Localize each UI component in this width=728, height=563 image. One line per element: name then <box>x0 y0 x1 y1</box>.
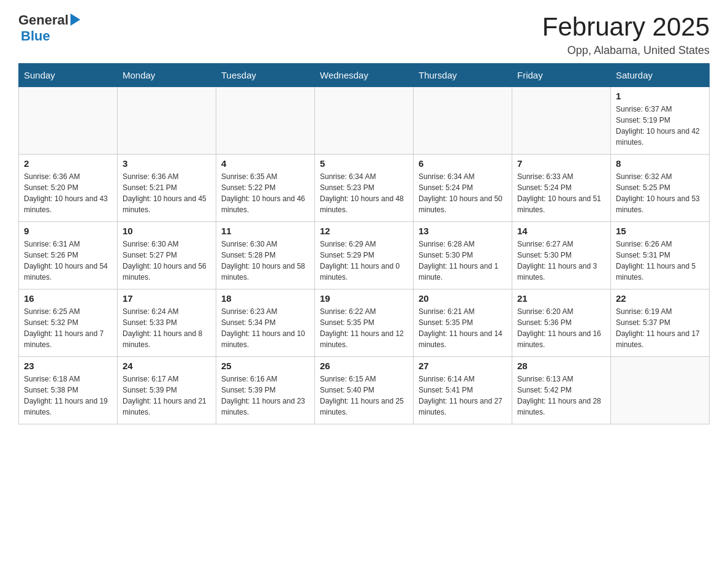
day-of-week-header: Wednesday <box>315 64 414 87</box>
day-number: 21 <box>517 293 605 304</box>
day-info: Sunrise: 6:13 AMSunset: 5:42 PMDaylight:… <box>517 373 605 418</box>
month-title: February 2025 <box>542 12 710 42</box>
day-number: 23 <box>24 361 112 371</box>
day-number: 16 <box>24 293 112 304</box>
calendar-cell: 28Sunrise: 6:13 AMSunset: 5:42 PMDayligh… <box>512 357 611 424</box>
calendar-cell: 13Sunrise: 6:28 AMSunset: 5:30 PMDayligh… <box>414 222 512 289</box>
day-info: Sunrise: 6:17 AMSunset: 5:39 PMDaylight:… <box>123 373 211 418</box>
calendar-cell: 26Sunrise: 6:15 AMSunset: 5:40 PMDayligh… <box>315 357 414 424</box>
day-number: 26 <box>320 361 408 371</box>
day-info: Sunrise: 6:30 AMSunset: 5:27 PMDaylight:… <box>123 239 211 283</box>
day-info: Sunrise: 6:21 AMSunset: 5:35 PMDaylight:… <box>419 306 507 350</box>
day-info: Sunrise: 6:34 AMSunset: 5:23 PMDaylight:… <box>320 171 408 215</box>
day-info: Sunrise: 6:15 AMSunset: 5:40 PMDaylight:… <box>320 373 408 418</box>
calendar-cell <box>118 87 216 155</box>
calendar-cell: 11Sunrise: 6:30 AMSunset: 5:28 PMDayligh… <box>216 222 315 289</box>
logo-blue-text: Blue <box>21 28 50 44</box>
day-number: 20 <box>419 293 507 304</box>
calendar-cell: 2Sunrise: 6:36 AMSunset: 5:20 PMDaylight… <box>19 155 118 222</box>
day-number: 6 <box>419 158 507 169</box>
day-info: Sunrise: 6:22 AMSunset: 5:35 PMDaylight:… <box>320 306 408 350</box>
calendar-cell: 1Sunrise: 6:37 AMSunset: 5:19 PMDaylight… <box>611 87 710 155</box>
day-info: Sunrise: 6:30 AMSunset: 5:28 PMDaylight:… <box>221 239 309 283</box>
calendar-cell <box>19 87 118 155</box>
day-number: 15 <box>616 226 704 236</box>
calendar-cell <box>315 87 414 155</box>
day-info: Sunrise: 6:20 AMSunset: 5:36 PMDaylight:… <box>517 306 605 350</box>
day-of-week-header: Thursday <box>414 64 512 87</box>
calendar-cell: 25Sunrise: 6:16 AMSunset: 5:39 PMDayligh… <box>216 357 315 424</box>
day-info: Sunrise: 6:28 AMSunset: 5:30 PMDaylight:… <box>419 239 507 283</box>
day-info: Sunrise: 6:27 AMSunset: 5:30 PMDaylight:… <box>517 239 605 283</box>
calendar-cell: 20Sunrise: 6:21 AMSunset: 5:35 PMDayligh… <box>414 289 512 357</box>
day-info: Sunrise: 6:37 AMSunset: 5:19 PMDaylight:… <box>616 104 704 148</box>
calendar-cell <box>512 87 611 155</box>
calendar-body: 1Sunrise: 6:37 AMSunset: 5:19 PMDaylight… <box>19 87 710 424</box>
day-number: 5 <box>320 158 408 169</box>
day-number: 11 <box>221 226 309 236</box>
day-number: 24 <box>123 361 211 371</box>
calendar-table: SundayMondayTuesdayWednesdayThursdayFrid… <box>18 63 710 424</box>
logo: General Blue <box>18 12 80 44</box>
day-number: 19 <box>320 293 408 304</box>
calendar-cell: 10Sunrise: 6:30 AMSunset: 5:27 PMDayligh… <box>118 222 216 289</box>
calendar-cell: 17Sunrise: 6:24 AMSunset: 5:33 PMDayligh… <box>118 289 216 357</box>
location-subtitle: Opp, Alabama, United States <box>542 44 710 57</box>
day-number: 28 <box>517 361 605 371</box>
day-info: Sunrise: 6:26 AMSunset: 5:31 PMDaylight:… <box>616 239 704 283</box>
day-info: Sunrise: 6:31 AMSunset: 5:26 PMDaylight:… <box>24 239 112 283</box>
calendar-cell: 15Sunrise: 6:26 AMSunset: 5:31 PMDayligh… <box>611 222 710 289</box>
day-of-week-header: Tuesday <box>216 64 315 87</box>
calendar-week-row: 9Sunrise: 6:31 AMSunset: 5:26 PMDaylight… <box>19 222 710 289</box>
calendar-header: SundayMondayTuesdayWednesdayThursdayFrid… <box>19 64 710 87</box>
page-header: General Blue February 2025 Opp, Alabama,… <box>18 12 710 57</box>
calendar-cell: 22Sunrise: 6:19 AMSunset: 5:37 PMDayligh… <box>611 289 710 357</box>
day-of-week-header: Saturday <box>611 64 710 87</box>
day-number: 27 <box>419 361 507 371</box>
calendar-cell: 9Sunrise: 6:31 AMSunset: 5:26 PMDaylight… <box>19 222 118 289</box>
calendar-week-row: 23Sunrise: 6:18 AMSunset: 5:38 PMDayligh… <box>19 357 710 424</box>
day-number: 18 <box>221 293 309 304</box>
calendar-week-row: 16Sunrise: 6:25 AMSunset: 5:32 PMDayligh… <box>19 289 710 357</box>
day-info: Sunrise: 6:16 AMSunset: 5:39 PMDaylight:… <box>221 373 309 418</box>
calendar-cell <box>216 87 315 155</box>
calendar-cell <box>414 87 512 155</box>
day-info: Sunrise: 6:29 AMSunset: 5:29 PMDaylight:… <box>320 239 408 283</box>
day-number: 1 <box>616 91 704 101</box>
day-number: 10 <box>123 226 211 236</box>
day-number: 8 <box>616 158 704 169</box>
calendar-cell: 18Sunrise: 6:23 AMSunset: 5:34 PMDayligh… <box>216 289 315 357</box>
calendar-cell: 6Sunrise: 6:34 AMSunset: 5:24 PMDaylight… <box>414 155 512 222</box>
day-info: Sunrise: 6:14 AMSunset: 5:41 PMDaylight:… <box>419 373 507 418</box>
day-of-week-header: Monday <box>118 64 216 87</box>
calendar-cell: 5Sunrise: 6:34 AMSunset: 5:23 PMDaylight… <box>315 155 414 222</box>
calendar-cell: 27Sunrise: 6:14 AMSunset: 5:41 PMDayligh… <box>414 357 512 424</box>
logo-general-text: General <box>18 12 69 28</box>
day-number: 22 <box>616 293 704 304</box>
day-of-week-header: Sunday <box>19 64 118 87</box>
day-number: 25 <box>221 361 309 371</box>
day-info: Sunrise: 6:25 AMSunset: 5:32 PMDaylight:… <box>24 306 112 350</box>
calendar-cell: 3Sunrise: 6:36 AMSunset: 5:21 PMDaylight… <box>118 155 216 222</box>
day-number: 3 <box>123 158 211 169</box>
day-info: Sunrise: 6:18 AMSunset: 5:38 PMDaylight:… <box>24 373 112 418</box>
calendar-cell: 21Sunrise: 6:20 AMSunset: 5:36 PMDayligh… <box>512 289 611 357</box>
day-info: Sunrise: 6:32 AMSunset: 5:25 PMDaylight:… <box>616 171 704 215</box>
calendar-cell: 14Sunrise: 6:27 AMSunset: 5:30 PMDayligh… <box>512 222 611 289</box>
day-info: Sunrise: 6:23 AMSunset: 5:34 PMDaylight:… <box>221 306 309 350</box>
calendar-cell: 16Sunrise: 6:25 AMSunset: 5:32 PMDayligh… <box>19 289 118 357</box>
day-info: Sunrise: 6:33 AMSunset: 5:24 PMDaylight:… <box>517 171 605 215</box>
calendar-week-row: 2Sunrise: 6:36 AMSunset: 5:20 PMDaylight… <box>19 155 710 222</box>
day-info: Sunrise: 6:35 AMSunset: 5:22 PMDaylight:… <box>221 171 309 215</box>
day-number: 9 <box>24 226 112 236</box>
calendar-cell: 12Sunrise: 6:29 AMSunset: 5:29 PMDayligh… <box>315 222 414 289</box>
day-number: 7 <box>517 158 605 169</box>
day-info: Sunrise: 6:34 AMSunset: 5:24 PMDaylight:… <box>419 171 507 215</box>
day-number: 4 <box>221 158 309 169</box>
calendar-week-row: 1Sunrise: 6:37 AMSunset: 5:19 PMDaylight… <box>19 87 710 155</box>
day-number: 17 <box>123 293 211 304</box>
title-section: February 2025 Opp, Alabama, United State… <box>542 12 710 57</box>
day-info: Sunrise: 6:19 AMSunset: 5:37 PMDaylight:… <box>616 306 704 350</box>
calendar-cell: 23Sunrise: 6:18 AMSunset: 5:38 PMDayligh… <box>19 357 118 424</box>
day-number: 13 <box>419 226 507 236</box>
